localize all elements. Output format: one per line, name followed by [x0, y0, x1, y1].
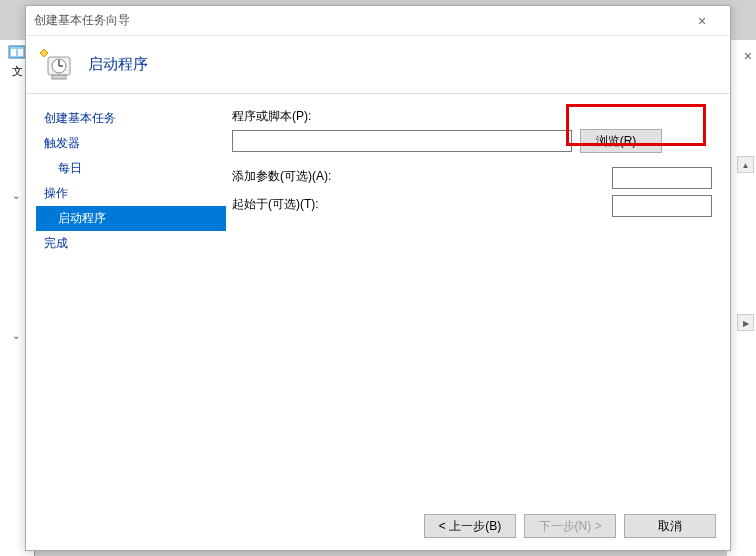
arguments-label: 添加参数(可选)(A): — [232, 168, 331, 185]
svg-rect-1 — [11, 49, 16, 56]
titlebar: 创建基本任务向导 × — [26, 6, 730, 36]
svg-marker-3 — [40, 49, 48, 57]
program-script-input[interactable] — [232, 130, 572, 152]
window-title: 创建基本任务向导 — [34, 12, 682, 29]
task-scheduler-icon — [8, 44, 26, 60]
startin-row: 起始于(可选)(T): — [232, 195, 712, 217]
chevron-down-icon[interactable]: ⌄ — [12, 330, 20, 341]
wizard-header-icon — [38, 47, 74, 83]
wizard-content: 程序或脚本(P): 浏览(R)... 添加参数(可选)(A): 起始于(可选)(… — [226, 94, 730, 502]
cancel-button[interactable]: 取消 — [624, 514, 716, 538]
back-button[interactable]: < 上一步(B) — [424, 514, 516, 538]
program-script-label: 程序或脚本(P): — [232, 108, 712, 125]
start-in-input[interactable] — [612, 195, 712, 217]
close-button[interactable]: × — [682, 13, 722, 29]
sidebar-item-daily[interactable]: 每日 — [36, 156, 226, 181]
arguments-input[interactable] — [612, 167, 712, 189]
chevron-down-icon[interactable]: ⌄ — [12, 190, 20, 201]
wizard-dialog: 创建基本任务向导 × 启动程序 创建基本任务 触发器 每日 操作 启动程序 完成 — [25, 5, 731, 551]
scroll-up-icon[interactable]: ▲ — [737, 156, 754, 173]
sidebar-item-start-program[interactable]: 启动程序 — [36, 206, 226, 231]
start-in-label: 起始于(可选)(T): — [232, 196, 319, 213]
wizard-header: 启动程序 — [26, 36, 730, 94]
program-row: 浏览(R)... — [232, 129, 712, 153]
background-close-icon[interactable]: × — [744, 48, 752, 64]
sidebar-item-finish[interactable]: 完成 — [36, 231, 226, 256]
wizard-sidebar: 创建基本任务 触发器 每日 操作 启动程序 完成 — [26, 94, 226, 502]
next-button[interactable]: 下一步(N) > — [524, 514, 616, 538]
scroll-right-icon[interactable]: ▶ — [737, 314, 754, 331]
sidebar-item-action[interactable]: 操作 — [36, 181, 226, 206]
wizard-footer: < 上一步(B) 下一步(N) > 取消 — [26, 502, 730, 550]
svg-rect-8 — [52, 75, 66, 79]
sidebar-item-trigger[interactable]: 触发器 — [36, 131, 226, 156]
wizard-body: 创建基本任务 触发器 每日 操作 启动程序 完成 程序或脚本(P): 浏览(R)… — [26, 94, 730, 502]
svg-rect-2 — [18, 49, 23, 56]
wizard-header-title: 启动程序 — [88, 55, 148, 74]
args-row: 添加参数(可选)(A): — [232, 167, 712, 189]
sidebar-item-create-task[interactable]: 创建基本任务 — [36, 106, 226, 131]
browse-button[interactable]: 浏览(R)... — [580, 129, 662, 153]
